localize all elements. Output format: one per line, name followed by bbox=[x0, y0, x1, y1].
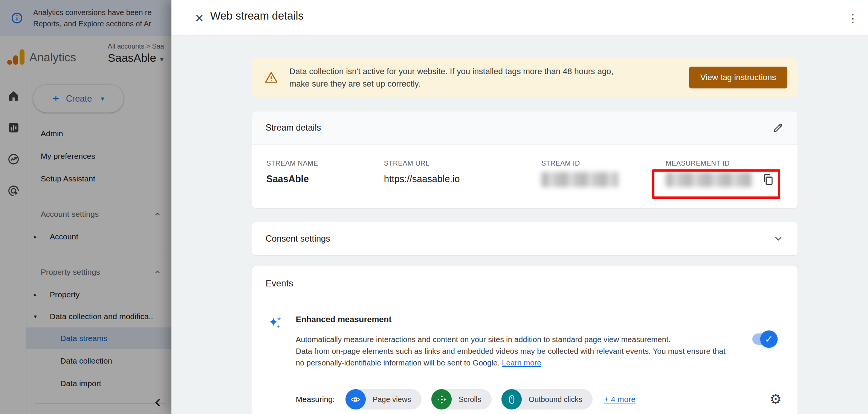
panel-header: × Web stream details ⋮ bbox=[171, 0, 868, 36]
enhanced-measurement-toggle[interactable]: ✓ bbox=[752, 333, 776, 345]
kebab-menu-icon[interactable]: ⋮ bbox=[845, 9, 861, 27]
chip-circle bbox=[431, 389, 452, 409]
chip-label: Scrolls bbox=[458, 395, 481, 404]
em-para1: Automatically measure interactions and c… bbox=[296, 335, 671, 344]
learn-more-link[interactable]: Learn more bbox=[502, 358, 541, 367]
panel-title: Web stream details bbox=[210, 10, 304, 22]
enhanced-measurement-block: Enhanced measurement Automatically measu… bbox=[252, 301, 798, 368]
panel-body: Data collection isn't active for your we… bbox=[171, 36, 868, 414]
consent-settings-title: Consent settings bbox=[266, 234, 330, 244]
field-label: MEASUREMENT ID bbox=[666, 160, 783, 167]
chip-outbound-clicks[interactable]: Outbound clicks bbox=[501, 389, 593, 409]
gear-glyph: ⚙ bbox=[770, 391, 782, 407]
mouse-icon bbox=[507, 394, 517, 405]
measuring-row: Measuring: Page views bbox=[252, 380, 798, 414]
field-value: https://saasable.io bbox=[384, 174, 541, 184]
stream-details-body: STREAM NAME SaasAble STREAM URL https://… bbox=[252, 145, 798, 208]
field-stream-url: STREAM URL https://saasable.io bbox=[384, 160, 541, 187]
field-label: STREAM NAME bbox=[266, 160, 384, 167]
chip-label: Page views bbox=[373, 395, 411, 404]
field-stream-name: STREAM NAME SaasAble bbox=[266, 160, 384, 187]
toggle-thumb: ✓ bbox=[760, 330, 778, 348]
panel-content: Data collection isn't active for your we… bbox=[252, 58, 798, 414]
web-stream-details-panel: × Web stream details ⋮ Data collection i… bbox=[171, 0, 868, 414]
eye-icon bbox=[350, 394, 361, 405]
chevron-down-icon[interactable] bbox=[773, 233, 784, 244]
redacted-stream-id bbox=[541, 172, 619, 187]
enhanced-measurement-description: Automatically measure interactions and c… bbox=[296, 333, 735, 368]
chip-page-views[interactable]: Page views bbox=[345, 389, 422, 409]
stream-details-card: Stream details STREAM NAME SaasAble STRE… bbox=[252, 111, 798, 209]
field-stream-id: STREAM ID bbox=[541, 160, 666, 187]
enhanced-measurement-title: Enhanced measurement bbox=[296, 315, 735, 324]
consent-settings-card[interactable]: Consent settings bbox=[252, 222, 798, 256]
events-header: Events bbox=[252, 266, 798, 301]
events-card: Events Enhanced measurement Automaticall… bbox=[252, 266, 798, 414]
enhanced-measurement-text: Enhanced measurement Automatically measu… bbox=[296, 315, 735, 368]
close-icon[interactable]: × bbox=[191, 10, 208, 26]
field-label: STREAM ID bbox=[541, 160, 666, 167]
screen: Analytics conversions have been re Repor… bbox=[0, 0, 868, 414]
sparkle-icon bbox=[266, 315, 284, 332]
scroll-arrows-icon bbox=[437, 394, 447, 405]
measuring-chips: Page views bbox=[345, 389, 593, 409]
warning-text: Data collection isn't active for your we… bbox=[289, 65, 613, 90]
edit-pencil-icon[interactable] bbox=[772, 122, 784, 134]
field-label: STREAM URL bbox=[384, 160, 541, 167]
stream-details-header: Stream details bbox=[252, 111, 798, 145]
view-tag-instructions-button[interactable]: View tag instructions bbox=[689, 67, 787, 88]
chip-label: Outbound clicks bbox=[529, 395, 582, 404]
measurement-settings-gear-icon[interactable]: ⚙ bbox=[768, 392, 783, 407]
warning-line2: make sure they are set up correctly. bbox=[289, 78, 613, 90]
measurement-id-row bbox=[666, 172, 783, 187]
overlay-scrim[interactable] bbox=[0, 0, 171, 414]
redacted-measurement-id bbox=[666, 172, 752, 187]
stream-details-title: Stream details bbox=[266, 123, 321, 133]
measuring-label: Measuring: bbox=[296, 395, 335, 404]
data-collection-warning: Data collection isn't active for your we… bbox=[252, 58, 798, 97]
chip-circle bbox=[501, 389, 522, 409]
events-title: Events bbox=[266, 278, 293, 289]
field-value: SaasAble bbox=[266, 174, 384, 184]
chip-scrolls[interactable]: Scrolls bbox=[431, 389, 492, 409]
more-events-link[interactable]: + 4 more bbox=[604, 395, 635, 404]
copy-icon[interactable] bbox=[761, 173, 774, 186]
warning-line1: Data collection isn't active for your we… bbox=[289, 65, 613, 78]
chip-circle bbox=[345, 389, 366, 409]
field-measurement-id: MEASUREMENT ID bbox=[666, 160, 783, 187]
warning-triangle-icon bbox=[264, 71, 278, 84]
check-icon: ✓ bbox=[765, 333, 773, 345]
